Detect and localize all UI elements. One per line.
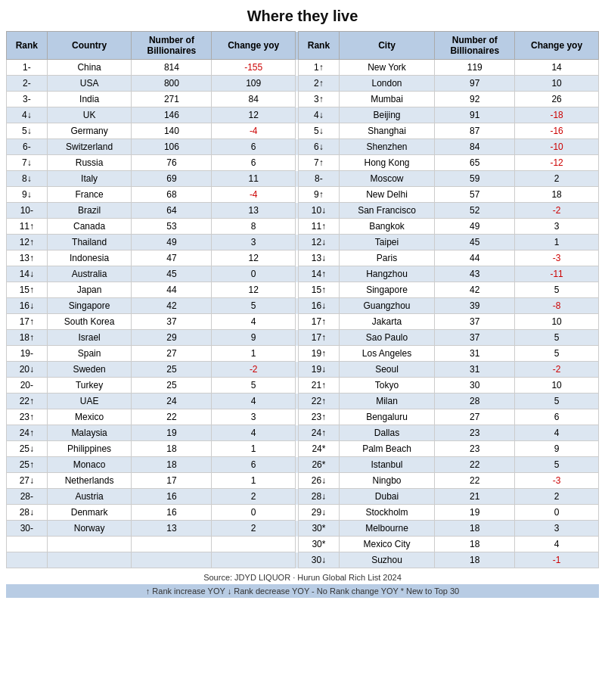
country-rank: 6- [7, 139, 48, 155]
country-name: Sweden [47, 362, 132, 378]
country-rank: 28↓ [7, 505, 48, 521]
country-name [47, 552, 132, 568]
country-billionaires: 16 [132, 489, 212, 505]
country-change: 0 [212, 505, 296, 521]
country-billionaires: 19 [132, 425, 212, 441]
country-rank: 7↓ [7, 155, 48, 171]
country-billionaires: 13 [132, 521, 212, 537]
city-change: -12 [515, 155, 599, 171]
city-name: Taipei [339, 235, 435, 250]
city-billionaires: 49 [435, 219, 515, 235]
city-change: 10 [515, 378, 599, 394]
city-name: Mumbai [339, 92, 435, 107]
city-rank: 19↑ [299, 346, 340, 362]
city-change: 1 [515, 235, 599, 250]
city-rank: 2↑ [299, 76, 340, 92]
country-rank: 4↓ [7, 107, 48, 123]
footer-legend: ↑ Rank increase YOY ↓ Rank decrease YOY … [6, 584, 599, 598]
country-change: 6 [212, 457, 296, 473]
country-rank: 1- [7, 60, 48, 76]
city-name: Seoul [339, 362, 435, 378]
country-change: 12 [212, 107, 296, 123]
country-change: 1 [212, 441, 296, 457]
city-change: 5 [515, 282, 599, 298]
city-name: Hong Kong [339, 155, 435, 171]
city-billionaires: 87 [435, 123, 515, 139]
country-rank: 20↓ [7, 362, 48, 378]
city-name: Dallas [339, 425, 435, 441]
city-billionaires: 28 [435, 394, 515, 409]
country-billionaires: 24 [132, 394, 212, 409]
country-billionaires: 800 [132, 76, 212, 92]
country-change: 12 [212, 250, 296, 266]
country-change: 5 [212, 378, 296, 394]
country-billionaires: 27 [132, 346, 212, 362]
city-rank: 1↑ [299, 60, 340, 76]
country-change: 0 [212, 266, 296, 282]
city-billionaires: 39 [435, 298, 515, 314]
city-rank: 17↑ [299, 330, 340, 346]
city-name: San Francisco [339, 203, 435, 219]
country-name: Turkey [47, 378, 132, 394]
city-change: 26 [515, 92, 599, 107]
city-change: 5 [515, 457, 599, 473]
country-rank: 22↑ [7, 394, 48, 409]
city-rank: 30* [299, 521, 340, 537]
country-change [212, 552, 296, 568]
country-billionaires: 18 [132, 441, 212, 457]
country-name: Thailand [47, 235, 132, 250]
country-change: 2 [212, 489, 296, 505]
country-change: 3 [212, 409, 296, 425]
city-change: 4 [515, 537, 599, 552]
city-name: Dubai [339, 489, 435, 505]
country-billionaires: 271 [132, 92, 212, 107]
country-name: USA [47, 76, 132, 92]
country-change: 6 [212, 139, 296, 155]
city-name: Guangzhou [339, 298, 435, 314]
city-billionaires: 23 [435, 425, 515, 441]
country-billionaires: 22 [132, 409, 212, 425]
city-change: 14 [515, 60, 599, 76]
country-rank: 9↓ [7, 187, 48, 203]
country-name: UAE [47, 394, 132, 409]
city-billionaires: 91 [435, 107, 515, 123]
city-rank: 22↑ [299, 394, 340, 409]
country-name: South Korea [47, 314, 132, 330]
city-billionaires: 18 [435, 552, 515, 568]
city-change: -16 [515, 123, 599, 139]
country-change: 4 [212, 314, 296, 330]
country-change: 11 [212, 171, 296, 187]
city-name: Mexico City [339, 537, 435, 552]
city-billionaires: 42 [435, 282, 515, 298]
country-billionaires: 37 [132, 314, 212, 330]
country-rank: 24↑ [7, 425, 48, 441]
city-billionaires: 119 [435, 60, 515, 76]
city-name: Ningbo [339, 473, 435, 489]
country-billionaires: 25 [132, 378, 212, 394]
city-rank: 19↓ [299, 362, 340, 378]
city-change: -3 [515, 250, 599, 266]
country-name: Singapore [47, 298, 132, 314]
country-rank: 5↓ [7, 123, 48, 139]
country-billionaires: 25 [132, 362, 212, 378]
city-rank: 21↑ [299, 378, 340, 394]
country-change: 3 [212, 235, 296, 250]
city-rank: 14↑ [299, 266, 340, 282]
country-rank: 23↑ [7, 409, 48, 425]
city-rank: 12↓ [299, 235, 340, 250]
city-name: Los Angeles [339, 346, 435, 362]
country-name: Israel [47, 330, 132, 346]
country-billionaires: 140 [132, 123, 212, 139]
col-header-city: City [339, 32, 435, 60]
city-change: 0 [515, 505, 599, 521]
city-rank: 16↓ [299, 298, 340, 314]
country-rank: 14↓ [7, 266, 48, 282]
city-name: New Delhi [339, 187, 435, 203]
city-name: Suzhou [339, 552, 435, 568]
country-billionaires: 69 [132, 171, 212, 187]
country-name: Norway [47, 521, 132, 537]
city-rank: 13↓ [299, 250, 340, 266]
city-change: 3 [515, 521, 599, 537]
country-change: -155 [212, 60, 296, 76]
country-rank: 18↑ [7, 330, 48, 346]
